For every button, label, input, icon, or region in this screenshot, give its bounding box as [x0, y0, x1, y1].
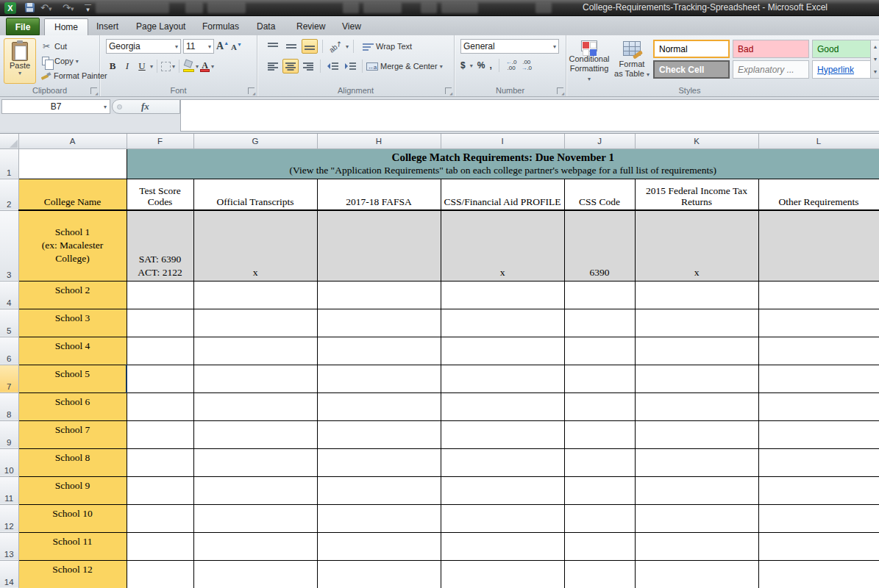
insert-function-button[interactable]: fx — [112, 99, 180, 114]
tab-insert[interactable]: Insert — [87, 18, 128, 35]
cell-empty[interactable] — [193, 281, 317, 309]
cell-empty[interactable] — [758, 532, 879, 560]
cell-empty[interactable] — [758, 365, 879, 392]
cell-empty[interactable] — [193, 532, 317, 560]
underline-dropdown-icon[interactable]: ▾ — [150, 63, 153, 70]
cell-empty[interactable] — [635, 420, 758, 448]
cell-empty[interactable] — [193, 560, 317, 588]
tab-view[interactable]: View — [332, 18, 371, 35]
decrease-decimal-icon[interactable]: .00→.0 — [521, 60, 532, 71]
borders-icon[interactable] — [161, 62, 171, 71]
cell-empty[interactable] — [317, 420, 441, 448]
cell-school-name[interactable]: School 11 — [18, 532, 127, 560]
cell-empty[interactable] — [127, 392, 193, 420]
cell-empty[interactable] — [564, 281, 635, 309]
comma-style-icon[interactable]: , — [489, 60, 491, 71]
row-header-5[interactable]: 5 — [0, 309, 18, 337]
cell-empty[interactable] — [193, 504, 317, 532]
italic-button[interactable]: I — [121, 59, 134, 74]
cell-empty[interactable] — [127, 532, 193, 560]
cell-empty[interactable] — [635, 281, 758, 309]
tab-file[interactable]: File — [6, 18, 40, 35]
accounting-format-icon[interactable]: $ — [460, 60, 466, 71]
cell-empty[interactable] — [317, 392, 441, 420]
grow-font-icon[interactable]: A▲ — [216, 40, 229, 52]
cell-empty[interactable] — [635, 448, 758, 476]
row-header-9[interactable]: 9 — [0, 420, 18, 448]
col-header-G[interactable]: G — [193, 134, 317, 148]
cell-empty[interactable] — [127, 309, 193, 337]
cell-empty[interactable] — [758, 476, 879, 504]
cell-empty[interactable] — [317, 309, 441, 337]
cell-school1-test-scores[interactable]: SAT: 6390 ACT: 2122 — [127, 210, 193, 281]
cell-empty[interactable] — [441, 392, 564, 420]
fill-color-dropdown-icon[interactable]: ▾ — [196, 63, 199, 70]
cell-other-header[interactable]: Other Requirements — [758, 179, 879, 210]
cell-empty[interactable] — [317, 281, 441, 309]
align-left-icon[interactable] — [265, 59, 281, 74]
cell-school-name[interactable]: School 12 — [18, 560, 127, 588]
cell-school1-css-code[interactable]: 6390 — [564, 210, 635, 281]
cell-empty[interactable] — [758, 560, 879, 588]
cell-school1-name[interactable]: School 1 (ex: Macalester College) — [18, 210, 127, 281]
cell-transcripts-header[interactable]: Official Transcripts — [193, 179, 317, 210]
cell-empty[interactable] — [758, 420, 879, 448]
tab-formulas[interactable]: Formulas — [193, 18, 249, 35]
format-painter-button[interactable]: Format Painter — [40, 69, 107, 82]
cell-empty[interactable] — [441, 420, 564, 448]
row-header-13[interactable]: 13 — [0, 532, 18, 560]
align-right-icon[interactable] — [300, 59, 316, 74]
align-top-icon[interactable] — [265, 39, 281, 54]
cell-empty[interactable] — [635, 309, 758, 337]
cell-empty[interactable] — [127, 448, 193, 476]
row-header-4[interactable]: 4 — [0, 281, 18, 309]
cell-empty[interactable] — [564, 476, 635, 504]
cell-empty[interactable] — [127, 420, 193, 448]
cell-empty[interactable] — [441, 560, 564, 588]
cell-empty[interactable] — [441, 365, 564, 392]
cell-empty[interactable] — [317, 560, 441, 588]
col-header-F[interactable]: F — [127, 134, 193, 148]
cell-school-name[interactable]: School 7 — [18, 420, 127, 448]
row-header-1[interactable]: 1 — [0, 148, 18, 179]
paste-dropdown-icon[interactable]: ▾ — [18, 70, 21, 76]
cell-empty[interactable] — [441, 504, 564, 532]
cell-test-scores-header[interactable]: Test Score Codes — [127, 179, 193, 210]
cell-empty[interactable] — [635, 532, 758, 560]
cell-school1-transcripts[interactable]: x — [193, 210, 317, 281]
cell-empty[interactable] — [127, 476, 193, 504]
cell-school-name[interactable]: School 2 — [18, 281, 127, 309]
cell-empty[interactable] — [758, 281, 879, 309]
cell-school-name[interactable]: School 10 — [18, 504, 127, 532]
cell-school-name[interactable]: School 3 — [18, 309, 127, 337]
cell-empty[interactable] — [127, 337, 193, 365]
font-color-icon[interactable]: A — [200, 60, 210, 72]
cell-empty[interactable] — [758, 392, 879, 420]
cell-fafsa-header[interactable]: 2017-18 FAFSA — [317, 179, 441, 210]
styles-gallery-scroll[interactable]: ▲▼▼ — [870, 40, 879, 79]
percent-style-icon[interactable]: % — [477, 60, 485, 71]
format-as-table-button[interactable]: Format as Table ▾ — [612, 38, 652, 84]
font-name-select[interactable]: Georgia▾ — [106, 39, 181, 54]
shrink-font-icon[interactable]: A▼ — [231, 42, 242, 51]
col-header-I[interactable]: I — [441, 134, 564, 148]
banner-cell[interactable]: College Match Requirements: Due November… — [127, 148, 879, 179]
orientation-dropdown-icon[interactable]: ▾ — [346, 43, 349, 50]
cell-empty[interactable] — [564, 504, 635, 532]
row-header-3[interactable]: 3 — [0, 210, 18, 281]
row-header-10[interactable]: 10 — [0, 448, 18, 476]
align-middle-icon[interactable] — [283, 39, 299, 54]
cell-empty[interactable] — [564, 337, 635, 365]
cell-empty[interactable] — [317, 504, 441, 532]
formula-input[interactable] — [180, 99, 879, 132]
cell-empty[interactable] — [441, 476, 564, 504]
cell-empty[interactable] — [564, 532, 635, 560]
cell-empty[interactable] — [193, 309, 317, 337]
underline-button[interactable]: U — [135, 59, 149, 74]
cell-empty[interactable] — [127, 560, 193, 588]
cell-empty[interactable] — [564, 448, 635, 476]
copy-button[interactable]: Copy ▾ — [40, 54, 79, 68]
paste-button[interactable]: Paste ▾ — [4, 38, 36, 84]
cell-empty[interactable] — [441, 532, 564, 560]
cell-empty[interactable] — [758, 448, 879, 476]
